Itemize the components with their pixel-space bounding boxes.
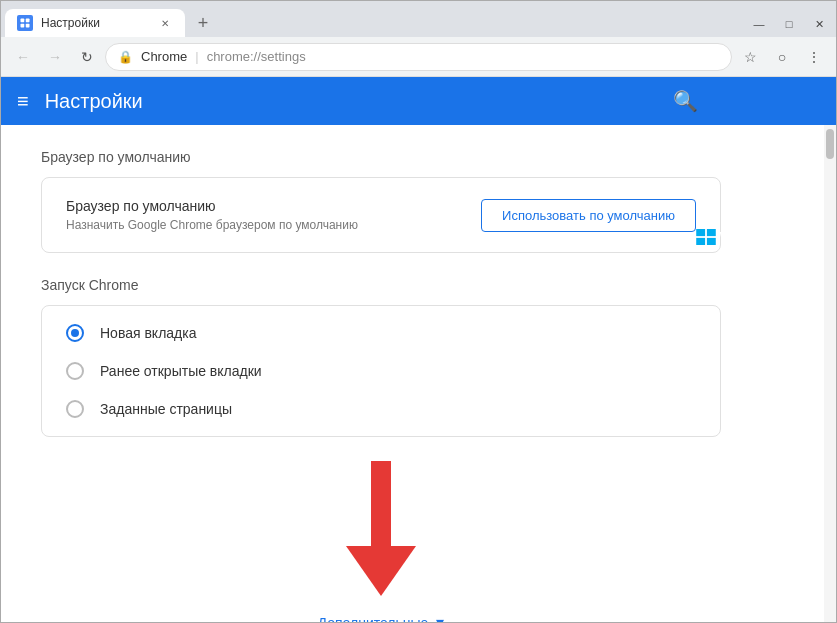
default-browser-card-desc: Назначить Google Chrome браузером по умо… bbox=[66, 218, 358, 232]
winlogo-icon bbox=[696, 229, 716, 245]
advanced-button[interactable]: Дополнительные ▾ bbox=[318, 613, 445, 622]
secure-icon: 🔒 bbox=[118, 50, 133, 64]
url-full: chrome://settings bbox=[207, 49, 306, 64]
tab-close-btn[interactable]: ✕ bbox=[157, 15, 173, 31]
red-arrow-icon bbox=[331, 461, 431, 601]
url-site: Chrome bbox=[141, 49, 187, 64]
advanced-label: Дополнительные bbox=[318, 615, 429, 623]
set-default-button[interactable]: Использовать по умолчанию bbox=[481, 199, 696, 232]
tab-strip: Настройки ✕ + bbox=[1, 9, 742, 37]
url-separator: | bbox=[195, 49, 198, 64]
url-bar[interactable]: 🔒 Chrome | chrome://settings bbox=[105, 43, 732, 71]
default-browser-card: Браузер по умолчанию Назначить Google Ch… bbox=[41, 177, 721, 253]
radio-new-tab bbox=[66, 324, 84, 342]
svg-marker-9 bbox=[346, 546, 416, 596]
title-bar: Настройки ✕ + — □ ✕ bbox=[1, 1, 836, 37]
radio-specific-pages bbox=[66, 400, 84, 418]
radio-dot bbox=[71, 329, 79, 337]
address-right-icons: ☆ ○ ⋮ bbox=[736, 43, 828, 71]
startup-option-specific-pages[interactable]: Заданные страницы bbox=[42, 390, 720, 428]
scrollbar-track[interactable] bbox=[824, 125, 836, 622]
startup-section-title: Запуск Chrome bbox=[41, 277, 721, 293]
svg-rect-7 bbox=[707, 238, 716, 245]
svg-rect-1 bbox=[26, 19, 30, 23]
startup-previous-tabs-label: Ранее открытые вкладки bbox=[100, 363, 262, 379]
content-area: Браузер по умолчанию Браузер по умолчани… bbox=[1, 125, 836, 622]
new-tab-button[interactable]: + bbox=[189, 9, 217, 37]
startup-specific-pages-label: Заданные страницы bbox=[100, 401, 232, 417]
chevron-down-icon: ▾ bbox=[436, 613, 444, 622]
close-button[interactable]: ✕ bbox=[810, 15, 828, 33]
address-bar: ← → ↻ 🔒 Chrome | chrome://settings ☆ ○ ⋮ bbox=[1, 37, 836, 77]
radio-previous-tabs bbox=[66, 362, 84, 380]
settings-page-title: Настройки bbox=[45, 90, 143, 113]
svg-rect-4 bbox=[696, 229, 705, 236]
tab-label: Настройки bbox=[41, 16, 100, 30]
header-search-icon[interactable]: 🔍 bbox=[673, 89, 698, 113]
active-tab[interactable]: Настройки ✕ bbox=[5, 9, 185, 37]
svg-rect-0 bbox=[21, 19, 25, 23]
more-section: Дополнительные ▾ 👆 bbox=[41, 461, 721, 622]
chrome-header: ≡ Настройки 🔍 WINNOTE.RU bbox=[1, 77, 836, 125]
svg-rect-5 bbox=[707, 229, 716, 236]
scrollbar-thumb[interactable] bbox=[826, 129, 834, 159]
default-browser-section-title: Браузер по умолчанию bbox=[41, 149, 721, 165]
more-button-container: Дополнительные ▾ bbox=[318, 613, 445, 622]
startup-options-card: Новая вкладка Ранее открытые вкладки Зад… bbox=[41, 305, 721, 437]
forward-button[interactable]: → bbox=[41, 43, 69, 71]
svg-marker-8 bbox=[371, 461, 391, 551]
maximize-button[interactable]: □ bbox=[780, 15, 798, 33]
startup-option-new-tab[interactable]: Новая вкладка bbox=[42, 314, 720, 352]
watermark: WINNOTE.RU bbox=[696, 229, 802, 245]
minimize-button[interactable]: — bbox=[750, 15, 768, 33]
default-browser-card-title: Браузер по умолчанию bbox=[66, 198, 358, 214]
svg-rect-2 bbox=[21, 24, 25, 28]
content-inner: Браузер по умолчанию Браузер по умолчани… bbox=[1, 125, 761, 622]
watermark-text: WINNOTE.RU bbox=[720, 230, 802, 244]
hamburger-menu-icon[interactable]: ≡ bbox=[17, 90, 29, 113]
svg-rect-3 bbox=[26, 24, 30, 28]
back-button[interactable]: ← bbox=[9, 43, 37, 71]
card-left: Браузер по умолчанию Назначить Google Ch… bbox=[66, 198, 358, 232]
svg-rect-6 bbox=[696, 238, 705, 245]
menu-button[interactable]: ⋮ bbox=[800, 43, 828, 71]
browser-window: Настройки ✕ + — □ ✕ ← → ↻ 🔒 Chrome | chr… bbox=[0, 0, 837, 623]
startup-option-previous-tabs[interactable]: Ранее открытые вкладки bbox=[42, 352, 720, 390]
bookmark-button[interactable]: ☆ bbox=[736, 43, 764, 71]
window-controls: — □ ✕ bbox=[742, 15, 836, 33]
tab-favicon bbox=[17, 15, 33, 31]
reload-button[interactable]: ↻ bbox=[73, 43, 101, 71]
profile-button[interactable]: ○ bbox=[768, 43, 796, 71]
red-arrow-container bbox=[331, 461, 431, 605]
startup-new-tab-label: Новая вкладка bbox=[100, 325, 197, 341]
